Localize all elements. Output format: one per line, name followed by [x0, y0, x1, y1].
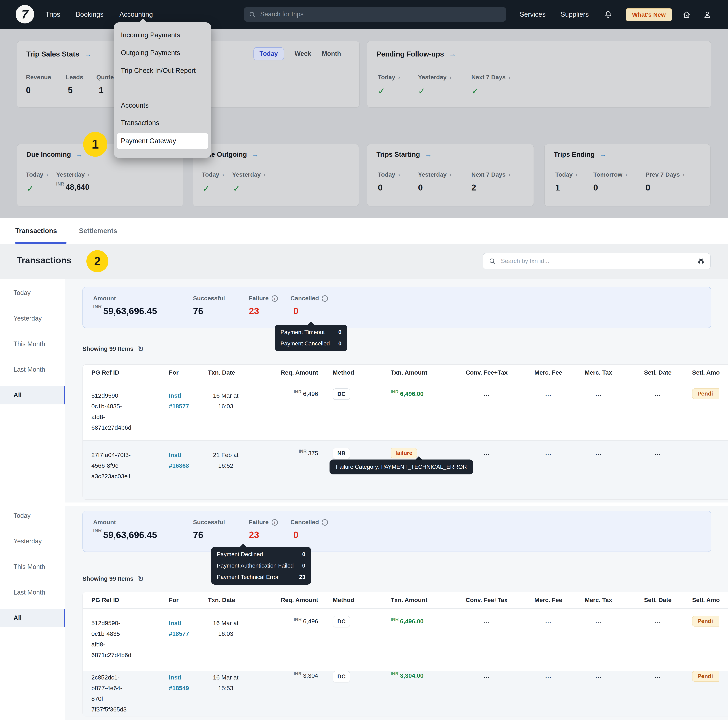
range-week[interactable]: Week [295, 50, 311, 58]
table-row[interactable]: 512d9590-0c1b-4835-afd8-6871c27d4b6d Ins… [83, 381, 728, 441]
pg-ref-id: 2c852dc1-b877-4e64-870f-7f37f5f365d3 [91, 673, 133, 715]
trips-ending-value: 0 [645, 183, 650, 193]
trips-starting-value: 2 [471, 183, 476, 193]
sidebar-item-today[interactable]: Today [0, 284, 66, 302]
sidebar-item-last-month[interactable]: Last Month [0, 583, 66, 602]
trips-starting-col[interactable]: Yesterday [418, 171, 451, 179]
nav-item-suppliers[interactable]: Suppliers [561, 0, 589, 29]
merc-tax: ... [574, 391, 624, 397]
notifications-bell-icon[interactable] [602, 9, 614, 21]
txn-search[interactable] [483, 253, 711, 269]
due-incoming-yesterday[interactable]: Yesterday [56, 171, 90, 179]
failure-badge[interactable]: failure [391, 448, 417, 459]
merc-fee: ... [523, 450, 574, 457]
trips-ending-col[interactable]: Today [555, 171, 577, 179]
info-icon[interactable] [272, 519, 278, 526]
txn-search-input[interactable] [500, 257, 697, 265]
filter-sliders-icon[interactable] [697, 258, 705, 265]
trips-starting-col[interactable]: Today [378, 171, 400, 179]
trip-search-input[interactable] [260, 10, 488, 18]
transactions-panel-2: Today Yesterday This Month Last Month Al… [0, 506, 728, 720]
tab-settlements[interactable]: Settlements [79, 218, 117, 244]
sidebar-item-yesterday[interactable]: Yesterday [0, 532, 66, 550]
stat-label: Quote [96, 74, 114, 81]
followup-col[interactable]: Next 7 Days [471, 74, 511, 81]
divider [242, 294, 242, 321]
refresh-icon[interactable] [138, 575, 144, 583]
transactions-header: Transactions 2 [0, 244, 728, 278]
trip-sales-arrow-icon[interactable] [84, 50, 91, 58]
sidebar-item-this-month[interactable]: This Month [0, 558, 66, 576]
tab-transactions[interactable]: Transactions [15, 218, 57, 244]
date-filter-sidebar: Today Yesterday This Month Last Month Al… [0, 506, 66, 720]
menu-item-accounts[interactable]: Accounts [114, 97, 211, 114]
info-icon[interactable] [322, 295, 328, 302]
dashboard-section: Trip Sales Stats Today Week Month Revenu… [0, 29, 728, 218]
installment-link[interactable]: Instl#18549 [169, 673, 208, 694]
table-row[interactable]: 512d9590-0c1b-4835-afd8-6871c27d4b6d Ins… [83, 609, 728, 671]
trips-starting-title: Trips Starting [376, 151, 420, 159]
range-month[interactable]: Month [322, 50, 341, 58]
amount-value: INR59,63,696.45 [93, 529, 157, 541]
profile-icon[interactable] [701, 9, 713, 21]
menu-item-payment-gateway[interactable]: Payment Gateway [116, 133, 208, 149]
menu-item-trip-checkinout-report[interactable]: Trip Check In/Out Report [114, 62, 211, 79]
menu-item-outgoing-payments[interactable]: Outgoing Payments [114, 44, 211, 61]
due-incoming-today[interactable]: Today [26, 171, 48, 179]
divider [242, 517, 242, 545]
whats-new-button[interactable]: What's New [626, 8, 672, 21]
tab-bar: Transactions Settlements [0, 218, 728, 244]
nav-item-services[interactable]: Services [520, 0, 546, 29]
sidebar-item-all[interactable]: All [0, 609, 66, 627]
brand-logo-icon[interactable]: 7 [16, 5, 34, 23]
setl-date: ... [624, 450, 692, 457]
successful-label: Successful [193, 295, 225, 302]
trips-ending-arrow-icon[interactable] [600, 151, 606, 159]
installment-link[interactable]: Instl#18577 [169, 391, 208, 412]
successful-value: 76 [193, 529, 203, 541]
col-header: Setl. Date [624, 597, 692, 604]
info-icon[interactable] [272, 295, 278, 302]
refresh-icon[interactable] [138, 345, 144, 353]
menu-item-incoming-payments[interactable]: Incoming Payments [114, 27, 211, 44]
check-icon [471, 86, 479, 96]
due-outgoing-arrow-icon[interactable] [252, 151, 258, 159]
sidebar-item-this-month[interactable]: This Month [0, 335, 66, 353]
sidebar-item-all[interactable]: All [0, 386, 66, 404]
merc-fee: ... [523, 618, 574, 625]
trips-ending-value: 0 [593, 183, 598, 193]
followup-col[interactable]: Yesterday [418, 74, 451, 81]
installment-link[interactable]: Instl#16868 [169, 450, 208, 471]
pending-followups-arrow-icon[interactable] [449, 50, 456, 58]
trips-ending-col[interactable]: Prev 7 Days [645, 171, 685, 179]
col-header: For [169, 369, 208, 376]
info-icon[interactable] [322, 519, 328, 526]
sidebar-item-yesterday[interactable]: Yesterday [0, 309, 66, 328]
cancelled-tooltip: Payment Timeout0 Payment Cancelled0 [275, 325, 347, 351]
trips-starting-col[interactable]: Next 7 Days [471, 171, 511, 179]
annotation-step-1: 1 [83, 132, 107, 157]
trip-search[interactable] [244, 7, 506, 22]
installment-link[interactable]: Instl#18577 [169, 618, 208, 639]
home-icon[interactable] [681, 9, 693, 21]
annotation-step-2: 2 [86, 250, 109, 272]
nav-item-bookings[interactable]: Bookings [76, 0, 104, 29]
due-outgoing-yesterday[interactable]: Yesterday [232, 171, 266, 179]
trips-starting-arrow-icon[interactable] [425, 151, 432, 159]
due-outgoing-today[interactable]: Today [202, 171, 224, 179]
failure-category-tooltip: Failure Category: PAYMENT_TECHNICAL_ERRO… [329, 460, 473, 474]
followup-col[interactable]: Today [378, 74, 400, 81]
range-today[interactable]: Today [254, 47, 284, 60]
active-indicator [64, 386, 66, 404]
menu-item-transactions[interactable]: Transactions [114, 115, 211, 131]
nav-item-trips[interactable]: Trips [46, 0, 60, 29]
due-incoming-arrow-icon[interactable] [76, 151, 83, 159]
sidebar-item-last-month[interactable]: Last Month [0, 360, 66, 379]
page-title: Transactions [17, 255, 72, 266]
conv-fee: ... [450, 450, 523, 457]
table-row[interactable]: 2c852dc1-b877-4e64-870f-7f37f5f365d3 Ins… [83, 671, 728, 716]
trips-ending-col[interactable]: Tomorrow [593, 171, 627, 179]
method-badge: DC [333, 616, 350, 627]
txn-amount: INR6,496.00 [391, 618, 455, 625]
sidebar-item-today[interactable]: Today [0, 506, 66, 525]
